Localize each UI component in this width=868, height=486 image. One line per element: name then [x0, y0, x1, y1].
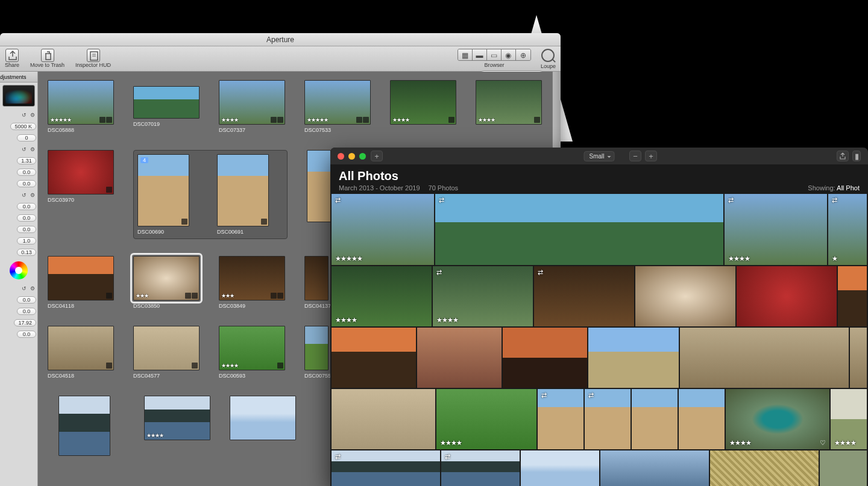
- photo-cell[interactable]: ⇄★★★★: [725, 194, 827, 265]
- reset-icon[interactable]: ↺: [20, 146, 28, 153]
- adj-value[interactable]: 5000 K: [10, 123, 36, 130]
- adj-value[interactable]: 0.13: [17, 249, 36, 256]
- adjustments-icon: ⇄: [538, 269, 543, 276]
- zoom-icon[interactable]: [359, 153, 366, 160]
- adj-value[interactable]: 0.0: [17, 169, 36, 176]
- places-view-icon[interactable]: ⊕: [516, 49, 530, 61]
- inspector-icon: [87, 49, 100, 62]
- share-button[interactable]: Share: [5, 49, 19, 68]
- thumbnail[interactable]: DSC04118: [48, 256, 114, 309]
- zoom-out-button[interactable]: −: [629, 151, 641, 161]
- photo-cell[interactable]: [710, 450, 819, 486]
- gear-icon[interactable]: ⚙: [29, 146, 36, 153]
- adjustments-icon: ⇄: [335, 196, 341, 204]
- photos-titlebar[interactable]: + Small − + ▮: [330, 148, 868, 164]
- thumbnail[interactable]: DSC03970: [48, 150, 114, 203]
- browser-view-segmented[interactable]: ▦ ▬ ▭ ◉ ⊕: [458, 49, 531, 61]
- photo-cell[interactable]: ⇄★★★★: [433, 266, 533, 326]
- photo-cell[interactable]: [332, 328, 416, 388]
- thumbnail[interactable]: DSC07019: [133, 80, 200, 133]
- aperture-titlebar[interactable]: Aperture: [0, 33, 561, 46]
- thumbnail[interactable]: ★★★★: [144, 396, 210, 456]
- thumbnail[interactable]: DSC04577: [133, 326, 200, 379]
- gear-icon[interactable]: ⚙: [29, 192, 36, 199]
- photo-cell[interactable]: ⇄★★★★★: [332, 194, 434, 265]
- photo-cell[interactable]: ⇄: [534, 266, 634, 326]
- thumbnail[interactable]: ★★★★DSC07337: [219, 80, 285, 133]
- photo-cell[interactable]: ⇄★: [828, 194, 867, 265]
- gear-icon[interactable]: ⚙: [29, 111, 36, 119]
- inspector-hud-button[interactable]: Inspector HUD: [75, 49, 111, 68]
- loupe-icon: [541, 49, 555, 62]
- thumbnail-size-dropdown[interactable]: Small: [583, 151, 614, 161]
- adj-value[interactable]: 0: [17, 134, 36, 142]
- filmstrip-view-icon[interactable]: ▬: [473, 49, 487, 61]
- photo-cell[interactable]: ⇄: [585, 389, 631, 449]
- photo-cell[interactable]: [820, 450, 867, 486]
- add-button[interactable]: +: [371, 151, 383, 161]
- reset-icon[interactable]: ↺: [20, 192, 28, 199]
- thumbnail[interactable]: ★★★★: [476, 80, 542, 133]
- photo-cell[interactable]: ★★★★: [332, 266, 432, 326]
- photo-cell[interactable]: ⇄: [435, 194, 723, 265]
- photo-cell[interactable]: ★★★★: [831, 389, 867, 449]
- photo-cell[interactable]: ⇄: [441, 450, 520, 486]
- thumbnail[interactable]: ★★★★★DSC05888: [48, 80, 114, 133]
- photo-cell[interactable]: [679, 389, 725, 449]
- split-view-icon[interactable]: ▭: [487, 49, 502, 61]
- thumbnail-selected[interactable]: ★★★DSC03850: [133, 256, 200, 309]
- photo-cell[interactable]: [632, 389, 678, 449]
- photo-cell[interactable]: [417, 328, 502, 388]
- adj-value[interactable]: 0.0: [17, 180, 36, 187]
- page-title: All Photos: [339, 169, 458, 183]
- photo-cell[interactable]: ⇄: [538, 389, 583, 449]
- favorite-icon[interactable]: ♡: [820, 439, 826, 447]
- photo-cell[interactable]: [850, 328, 867, 388]
- thumbnail[interactable]: ★★★★DSC00593: [219, 326, 285, 379]
- thumbnail[interactable]: ★★★DSC03849: [219, 256, 285, 309]
- zoom-in-button[interactable]: +: [645, 151, 657, 161]
- adjustments-tab[interactable]: djustments: [0, 72, 37, 83]
- share-button[interactable]: [837, 151, 849, 161]
- photos-grid[interactable]: ⇄★★★★★ ⇄ ⇄★★★★ ⇄★ ★★★★ ⇄★★★★ ⇄ ★★★★ ⇄ ⇄: [330, 194, 868, 486]
- photo-cell[interactable]: [737, 266, 837, 326]
- reset-icon[interactable]: ↺: [20, 285, 28, 292]
- adj-value[interactable]: 17.92: [14, 319, 36, 326]
- minimize-icon[interactable]: [348, 153, 355, 160]
- loupe-button[interactable]: Loupe: [541, 49, 556, 69]
- thumbnail[interactable]: ★★★★★DSC07533: [304, 80, 371, 133]
- adj-value[interactable]: 0.0: [17, 308, 36, 315]
- photo-cell[interactable]: ★★★★♡: [726, 389, 829, 449]
- thumbnail-stack[interactable]: 4DSC00690 DSC00691: [133, 150, 288, 239]
- sidebar-toggle-button[interactable]: ▮: [852, 151, 861, 161]
- photo-cell[interactable]: [635, 266, 735, 326]
- photo-cell[interactable]: [588, 328, 679, 388]
- photo-cell[interactable]: ⇄: [332, 450, 440, 486]
- reset-icon[interactable]: ↺: [20, 111, 28, 119]
- adj-value[interactable]: 0.0: [17, 214, 36, 222]
- adj-value[interactable]: 0.0: [17, 226, 36, 233]
- photo-cell[interactable]: [521, 450, 599, 486]
- move-to-trash-button[interactable]: Move to Trash: [30, 49, 64, 68]
- photo-cell[interactable]: [332, 389, 435, 449]
- photo-cell[interactable]: [680, 328, 849, 388]
- photo-cell[interactable]: [838, 266, 867, 326]
- filter-status[interactable]: Showing: All Phot: [808, 184, 860, 192]
- photo-cell[interactable]: [600, 450, 709, 486]
- gear-icon[interactable]: ⚙: [29, 285, 36, 292]
- close-icon[interactable]: [338, 153, 344, 160]
- adj-value[interactable]: 0.0: [17, 296, 36, 304]
- photo-cell[interactable]: ★★★★: [436, 389, 536, 449]
- adj-value[interactable]: 0.0: [17, 331, 36, 338]
- faces-view-icon[interactable]: ◉: [502, 49, 516, 61]
- grid-view-icon[interactable]: ▦: [458, 49, 473, 61]
- thumbnail[interactable]: ★★★★: [390, 80, 456, 133]
- photo-cell[interactable]: [503, 328, 587, 388]
- color-wheel[interactable]: [10, 261, 28, 279]
- thumbnail[interactable]: [230, 396, 296, 456]
- adj-value[interactable]: 1.31: [17, 157, 36, 164]
- adj-value[interactable]: 1.0: [17, 237, 36, 245]
- adj-value[interactable]: 0.0: [17, 203, 36, 210]
- thumbnail[interactable]: [58, 396, 125, 456]
- thumbnail[interactable]: DSC04518: [48, 326, 114, 379]
